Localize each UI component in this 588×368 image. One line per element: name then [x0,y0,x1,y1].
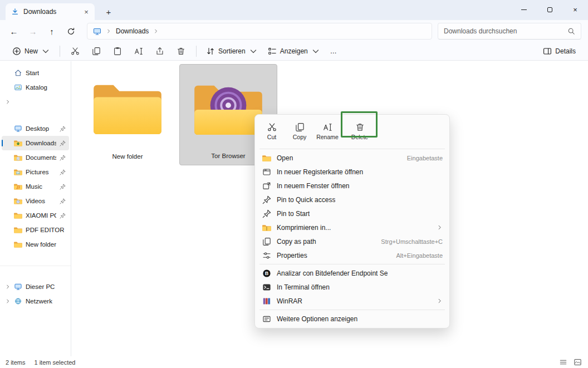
menu-item-pin-to-start[interactable]: Pin to Start [257,207,447,220]
address-bar[interactable]: Downloads [87,23,432,40]
folder-icon [14,241,22,248]
sidebar-item-pdf-editor[interactable]: PDF EDITOR [2,223,69,237]
sidebar-item-start[interactable]: Start [2,66,69,80]
maximize-button[interactable] [537,0,562,19]
share-button[interactable] [150,43,170,59]
new-button[interactable]: New [8,43,55,59]
copy-path-icon [262,237,271,246]
chevron-right-icon[interactable] [5,298,11,304]
menu-item-compress[interactable]: Komprimieren in... [257,220,447,234]
cut-button[interactable]: Cut [258,119,285,144]
search-icon[interactable] [567,27,575,35]
menu-item-bitdefender-scan[interactable]: Analizar con Bitdefender Endpoint Se [257,266,447,280]
chevron-down-icon [249,47,258,56]
plus-circle-icon [12,47,21,56]
up-button[interactable]: ↑ [42,23,61,40]
menu-item-open[interactable]: Open Eingabetaste [257,151,447,165]
videos-folder-icon [14,197,22,205]
menu-divider [259,264,445,264]
rename-button[interactable]: Rename [314,119,341,144]
explorer-tab-downloads[interactable]: Downloads × [6,3,95,20]
sidebar-item-new-folder[interactable]: New folder [2,237,69,252]
copy-icon [295,122,305,132]
new-tab-icon [262,167,271,176]
minimize-button[interactable] [511,0,537,19]
close-button[interactable]: × [562,0,588,19]
menu-item-open-in-terminal[interactable]: In Terminal öffnen [257,280,447,294]
new-window-icon [262,181,271,190]
copy-icon [92,47,101,56]
chevron-right-icon[interactable] [106,28,111,34]
pin-icon [60,126,66,132]
minimize-icon [521,9,527,10]
downloads-icon [11,8,19,16]
zip-folder-icon [262,223,271,232]
copy-button[interactable] [86,43,106,59]
sort-icon [206,47,215,56]
menu-item-open-new-tab[interactable]: In neuer Registerkarte öffnen [257,165,447,179]
delete-button[interactable] [171,43,191,59]
trash-icon [355,122,365,132]
sort-button-label: Sortieren [218,47,246,55]
chevron-right-icon[interactable] [153,28,159,34]
folder-icon [14,226,22,234]
rename-icon [134,47,143,56]
rename-button[interactable] [129,43,149,59]
maximize-icon [547,7,552,12]
title-bar: Downloads × + × [0,0,588,20]
new-tab-button[interactable]: + [101,5,116,18]
tab-close-button[interactable]: × [81,7,91,17]
refresh-button[interactable] [61,23,80,40]
sidebar-item-xiaomi-poco[interactable]: XIAOMI POCO F [2,208,69,223]
paste-button[interactable] [107,43,128,59]
sidebar-gap [0,252,71,279]
menu-divider [259,149,445,149]
desktop-icon [14,125,22,133]
view-icon [268,47,277,56]
chevron-right-icon[interactable] [5,284,11,290]
menu-item-show-more-options[interactable]: Weitere Optionen anzeigen [257,312,447,326]
menu-item-properties[interactable]: Properties Alt+Eingabetaste [257,248,447,262]
details-pane-button[interactable]: Details [538,43,580,59]
trash-icon [177,47,185,56]
menu-item-winrar[interactable]: WinRAR [257,294,447,308]
cut-button[interactable] [65,43,85,59]
pin-icon [60,140,66,146]
sidebar-item-music[interactable]: Music [2,179,69,194]
search-input[interactable] [444,27,563,35]
sort-button[interactable]: Sortieren [202,43,262,59]
view-button[interactable]: Anzeigen [263,43,325,59]
sidebar-expander[interactable] [2,95,69,109]
selected-count: 1 item selected [34,359,75,366]
properties-icon [262,251,271,260]
breadcrumb-downloads[interactable]: Downloads [116,27,149,35]
menu-item-pin-quick-access[interactable]: Pin to Quick access [257,193,447,207]
rename-icon [323,122,332,132]
menu-item-open-new-window[interactable]: In neuem Fenster öffnen [257,179,447,193]
sidebar-item-downloads[interactable]: Downloads [2,136,69,150]
navigation-pane: Start Katalog Desktop Downloads Document… [0,61,71,356]
sidebar-item-dieser-pc[interactable]: Dieser PC [2,279,69,294]
navigation-bar: ← → ↑ Downloads [0,20,588,42]
file-tile-new-folder[interactable]: New folder [79,64,177,165]
sidebar-item-katalog[interactable]: Katalog [2,80,69,95]
menu-item-copy-as-path[interactable]: Copy as path Strg+Umschalttaste+C [257,234,447,248]
music-folder-icon [14,183,22,190]
list-view-button[interactable] [559,358,568,367]
home-icon [14,69,22,77]
back-button[interactable]: ← [4,23,23,40]
sidebar-item-netzwerk[interactable]: Netzwerk [2,294,69,308]
sidebar-item-videos[interactable]: Videos [2,194,69,208]
documents-folder-icon [14,154,22,161]
forward-button[interactable]: → [23,23,42,40]
more-options-button[interactable]: … [326,43,341,59]
thumbnail-view-button[interactable] [574,358,582,367]
winrar-icon [262,296,271,306]
sidebar-gap [0,109,71,121]
sidebar-item-pictures[interactable]: Pictures [2,165,69,179]
copy-button[interactable]: Copy [286,119,313,144]
sidebar-item-documents[interactable]: Documents [2,150,69,165]
delete-button[interactable]: Delete [346,119,373,144]
items-count: 2 items [6,359,25,366]
sidebar-item-desktop[interactable]: Desktop [2,121,69,136]
